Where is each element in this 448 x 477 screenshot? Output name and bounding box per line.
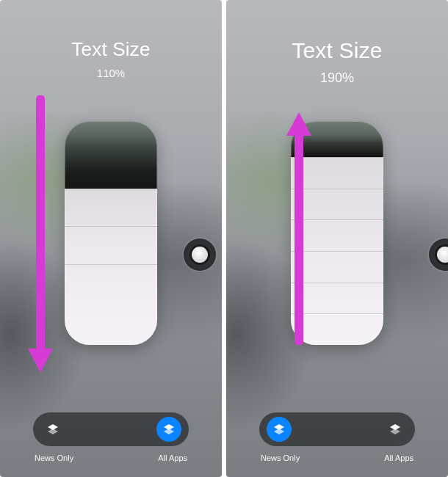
text-size-percent: 110% [0,67,222,79]
svg-marker-1 [28,349,53,373]
scope-toggle-labels: News Only All Apps [259,454,415,462]
screenshot-panel-right: Text Size 190% [226,0,448,477]
layers-icon [389,423,402,436]
scope-label-all: All Apps [143,454,187,462]
scope-label-news: News Only [35,454,86,462]
assistive-touch-button[interactable] [184,238,216,271]
scope-toggle-labels: News Only All Apps [33,454,189,462]
annotation-arrow-down [25,95,56,376]
title-block: Text Size 190% [226,0,448,86]
scope-label-all: All Apps [369,454,413,462]
assistive-touch-button[interactable] [429,238,448,271]
svg-marker-3 [48,429,58,434]
scope-toggle [259,412,415,446]
layers-icon [46,423,59,436]
layers-icon [162,423,176,436]
scope-segment-all[interactable] [383,417,408,442]
layers-icon [272,423,286,436]
assistive-touch-icon [192,247,208,263]
title-block: Text Size 110% [0,0,222,79]
assistive-touch-icon [437,247,448,263]
scope-segment-news[interactable] [267,417,292,442]
svg-marker-9 [274,429,284,434]
screenshot-panel-left: Text Size 110% News O [0,0,222,477]
text-size-slider[interactable] [65,121,157,345]
slider-ticks [65,121,157,345]
text-size-percent: 190% [226,70,448,86]
svg-marker-11 [390,429,400,434]
svg-marker-5 [164,429,174,434]
scope-segment-all[interactable] [156,417,181,442]
scope-toggle [33,412,189,446]
text-size-slider[interactable] [291,121,383,345]
text-size-label: Text Size [226,38,448,63]
scope-segment-news[interactable] [40,417,65,442]
text-size-label: Text Size [0,38,222,61]
slider-ticks [291,121,383,345]
scope-label-news: News Only [261,454,312,462]
